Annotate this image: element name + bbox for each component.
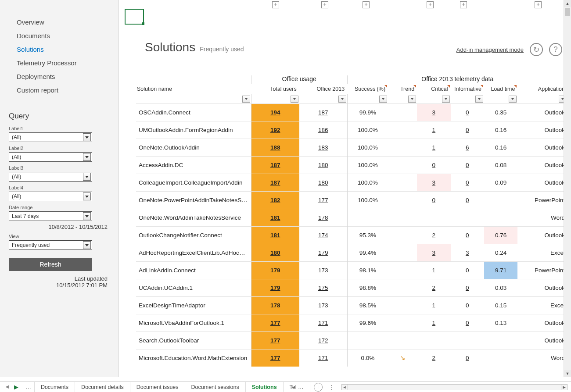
cell-informative[interactable]: 0 — [451, 226, 484, 244]
cell-critical[interactable]: 1 — [417, 314, 450, 331]
sheet-tab-solutions[interactable]: Solutions — [245, 382, 284, 392]
cell-informative[interactable]: 0 — [451, 261, 484, 279]
sheet-nav-prev-icon[interactable]: ◄ — [4, 384, 10, 390]
scroll-down-icon[interactable]: ▼ — [564, 370, 571, 377]
chevron-down-icon[interactable] — [83, 153, 91, 161]
sheet-overflow-icon[interactable]: … — [23, 384, 35, 390]
column-expand-button[interactable]: + — [460, 1, 467, 8]
cell-total-users[interactable]: 177 — [251, 314, 299, 331]
sheet-tab-document-issues[interactable]: Document issues — [130, 382, 185, 392]
cell-office-2013[interactable]: 174 — [299, 226, 347, 244]
cell-informative[interactable]: 0 — [451, 296, 484, 314]
label1-combo[interactable]: (All) — [9, 132, 92, 142]
filter-icon[interactable] — [291, 96, 298, 103]
sheet-tab-tel-[interactable]: Tel … — [283, 382, 310, 392]
cell-critical[interactable]: 2 — [417, 226, 450, 244]
nav-item-solutions[interactable]: Solutions — [17, 43, 118, 56]
cell-critical[interactable]: 3 — [417, 103, 450, 121]
cell-critical[interactable]: 1 — [417, 261, 450, 279]
cell-total-users[interactable]: 181 — [251, 209, 299, 226]
cell-office-2013[interactable]: 180 — [299, 174, 347, 191]
cell-informative[interactable]: 0 — [451, 349, 484, 367]
cell-informative[interactable]: 0 — [451, 156, 484, 174]
filter-icon[interactable] — [379, 96, 387, 103]
cell-office-2013[interactable]: 175 — [299, 279, 347, 296]
filter-icon[interactable] — [408, 96, 416, 103]
cell-informative[interactable]: 0 — [451, 191, 484, 209]
filter-icon[interactable] — [338, 96, 346, 103]
nav-item-overview[interactable]: Overview — [17, 15, 118, 29]
cell-critical[interactable]: 1 — [417, 139, 450, 156]
cell-total-users[interactable]: 194 — [251, 103, 299, 121]
column-expand-button[interactable]: + — [363, 1, 370, 8]
cell-total-users[interactable]: 188 — [251, 139, 299, 156]
cell-office-2013[interactable]: 172 — [299, 331, 347, 349]
filter-icon[interactable] — [475, 96, 483, 103]
cell-critical[interactable]: 2 — [417, 279, 450, 296]
chevron-down-icon[interactable] — [83, 133, 91, 141]
cell-office-2013[interactable]: 183 — [299, 139, 347, 156]
nav-item-documents[interactable]: Documents — [17, 29, 118, 43]
scroll-thumb[interactable] — [565, 8, 570, 16]
filter-icon[interactable] — [442, 96, 450, 103]
cell-total-users[interactable]: 192 — [251, 121, 299, 139]
chevron-down-icon[interactable] — [83, 192, 91, 200]
vertical-scrollbar[interactable]: ▲ ▼ — [564, 0, 571, 377]
chevron-down-icon[interactable] — [83, 241, 91, 249]
view-combo[interactable]: Frequently used — [9, 240, 92, 250]
horizontal-scrollbar[interactable]: ◄ ▶ — [341, 384, 567, 390]
cell-total-users[interactable]: 181 — [251, 226, 299, 244]
cell-critical[interactable]: 2 — [417, 349, 450, 367]
cell-informative[interactable]: 0 — [451, 174, 484, 191]
cell-total-users[interactable]: 187 — [251, 174, 299, 191]
cell-office-2013[interactable]: 173 — [299, 261, 347, 279]
cell-critical[interactable]: 1 — [417, 296, 450, 314]
sheet-nav-next-icon[interactable]: ▶ — [14, 384, 18, 390]
cell-total-users[interactable]: 182 — [251, 191, 299, 209]
label2-combo[interactable]: (All) — [9, 152, 92, 162]
cell-informative[interactable]: 6 — [451, 139, 484, 156]
sheet-tab-document-sessions[interactable]: Document sessions — [185, 382, 246, 392]
cell-informative[interactable]: 0 — [451, 314, 484, 331]
nav-item-custom-report[interactable]: Custom report — [17, 83, 118, 97]
refresh-button[interactable]: Refresh — [9, 258, 92, 271]
daterange-combo[interactable]: Last 7 days — [9, 211, 92, 221]
label3-combo[interactable]: (All) — [9, 172, 92, 182]
cell-critical[interactable]: 0 — [417, 191, 450, 209]
cell-office-2013[interactable]: 173 — [299, 296, 347, 314]
cell-office-2013[interactable]: 171 — [299, 349, 347, 367]
addin-mode-link[interactable]: Add-in management mode — [456, 46, 524, 53]
cell-office-2013[interactable]: 186 — [299, 121, 347, 139]
nav-item-telemetry-processor[interactable]: Telemetry Processor — [17, 56, 118, 70]
cell-total-users[interactable]: 177 — [251, 331, 299, 349]
filter-icon[interactable] — [242, 96, 250, 103]
cell-informative[interactable]: 0 — [451, 103, 484, 121]
nav-item-deployments[interactable]: Deployments — [17, 70, 118, 83]
label4-combo[interactable]: (All) — [9, 192, 92, 201]
cell-critical[interactable]: 1 — [417, 121, 450, 139]
cell-total-users[interactable]: 180 — [251, 244, 299, 261]
scroll-up-icon[interactable]: ▲ — [564, 0, 571, 7]
cell-critical[interactable]: 3 — [417, 244, 450, 261]
column-expand-button[interactable]: + — [427, 1, 434, 8]
scroll-left-icon[interactable]: ◄ — [342, 385, 348, 390]
cell-total-users[interactable]: 177 — [251, 349, 299, 367]
cell-office-2013[interactable]: 171 — [299, 314, 347, 331]
filter-icon[interactable] — [509, 96, 517, 103]
column-expand-button[interactable]: + — [321, 1, 328, 8]
help-icon[interactable]: ? — [549, 43, 562, 56]
chevron-down-icon[interactable] — [83, 212, 91, 220]
cell-office-2013[interactable]: 179 — [299, 244, 347, 261]
cell-informative[interactable]: 0 — [451, 121, 484, 139]
cell-total-users[interactable]: 179 — [251, 279, 299, 296]
scroll-right-icon[interactable]: ▶ — [561, 385, 567, 390]
cell-total-users[interactable]: 187 — [251, 156, 299, 174]
cell-office-2013[interactable]: 180 — [299, 156, 347, 174]
sheet-tab-document-details[interactable]: Document details — [75, 382, 130, 392]
cell-office-2013[interactable]: 177 — [299, 191, 347, 209]
cell-informative[interactable]: 0 — [451, 279, 484, 296]
column-expand-button[interactable]: + — [535, 1, 542, 8]
cell-office-2013[interactable]: 178 — [299, 209, 347, 226]
cell-critical[interactable]: 0 — [417, 156, 450, 174]
sheet-tab-documents[interactable]: Documents — [34, 382, 75, 392]
